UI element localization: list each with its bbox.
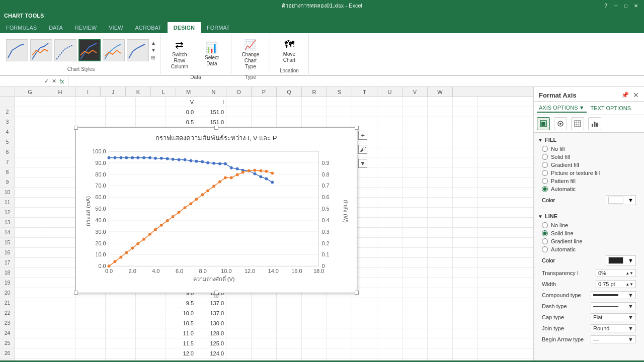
grid-cell[interactable]	[377, 338, 403, 348]
grid-cell[interactable]	[277, 308, 302, 318]
grid-cell[interactable]	[106, 358, 136, 360]
grid-cell[interactable]	[45, 268, 75, 278]
grid-cell[interactable]	[453, 308, 478, 318]
grid-cell[interactable]	[15, 318, 45, 328]
grid-cell[interactable]	[136, 298, 166, 308]
grid-cell[interactable]	[377, 117, 403, 127]
grid-cell[interactable]	[403, 288, 428, 298]
fill-color-btn[interactable]: ▼	[606, 195, 636, 205]
grid-cell[interactable]: I	[196, 97, 226, 107]
tab-text-options[interactable]: TEXT OPTIONS	[589, 104, 633, 113]
grid-cell[interactable]	[403, 338, 428, 348]
grid-cell[interactable]	[75, 107, 106, 117]
grid-cell[interactable]	[377, 218, 403, 227]
grid-cell[interactable]	[327, 348, 352, 358]
grid-cell[interactable]	[428, 198, 453, 207]
grid-cell[interactable]	[302, 308, 327, 318]
grid-cell[interactable]	[277, 117, 302, 127]
grid-cell[interactable]	[15, 298, 45, 308]
grid-cell[interactable]: 137.0	[196, 308, 226, 318]
grid-cell[interactable]	[45, 308, 75, 318]
grid-cell[interactable]	[377, 208, 403, 217]
grid-cell[interactable]: 0.5	[166, 117, 196, 127]
grid-cell[interactable]	[352, 358, 377, 360]
grid-cell[interactable]	[226, 298, 252, 308]
grid-cell[interactable]: 137.0	[196, 298, 226, 308]
grid-cell[interactable]	[377, 97, 403, 107]
grid-cell[interactable]	[15, 117, 45, 127]
resize-handle-se[interactable]	[355, 291, 359, 295]
grid-cell[interactable]: 0.0	[166, 107, 196, 117]
grid-cell[interactable]	[302, 348, 327, 358]
grid-cell[interactable]	[75, 298, 106, 308]
grid-cell[interactable]	[75, 308, 106, 318]
grid-cell[interactable]: 12.0	[166, 348, 196, 358]
fill-no-fill[interactable]: No fill	[538, 145, 640, 153]
grid-cell[interactable]	[75, 348, 106, 358]
grid-cell[interactable]	[45, 288, 75, 298]
grid-cell[interactable]	[45, 188, 75, 197]
grid-cell[interactable]	[45, 298, 75, 308]
grid-cell[interactable]	[377, 167, 403, 177]
grid-cell[interactable]	[377, 157, 403, 167]
grid-cell[interactable]	[428, 137, 453, 147]
chart-style-2[interactable]	[30, 39, 52, 61]
grid-cell[interactable]	[15, 338, 45, 348]
grid-cell[interactable]	[75, 338, 106, 348]
grid-cell[interactable]	[15, 248, 45, 257]
grid-cell[interactable]	[136, 97, 166, 107]
grid-cell[interactable]	[428, 308, 453, 318]
grid-cell[interactable]	[453, 238, 478, 247]
grid-cell[interactable]	[45, 248, 75, 257]
grid-cell[interactable]	[453, 137, 478, 147]
grid-cell[interactable]	[45, 358, 75, 360]
grid-cell[interactable]	[136, 318, 166, 328]
grid-cell[interactable]	[377, 228, 403, 237]
grid-cell[interactable]	[327, 358, 352, 360]
dash-type-dropdown[interactable]: ▼	[591, 302, 636, 310]
grid-cell[interactable]	[15, 258, 45, 267]
grid-cell[interactable]	[15, 198, 45, 207]
grid-cell[interactable]	[403, 167, 428, 177]
grid-cell[interactable]	[45, 97, 75, 107]
tab-acrobat[interactable]: ACROBAT	[129, 22, 167, 33]
grid-cell[interactable]	[15, 167, 45, 177]
grid-cell[interactable]	[403, 107, 428, 117]
chart-style-6[interactable]	[127, 39, 149, 61]
fill-picture[interactable]: Picture or texture fill	[538, 169, 640, 177]
grid-cell[interactable]	[327, 318, 352, 328]
grid-cell[interactable]	[403, 177, 428, 187]
transparency-value[interactable]: 0% ▲▼	[596, 269, 636, 277]
format-panel-close[interactable]: ✕	[633, 91, 639, 99]
grid-cell[interactable]	[428, 177, 453, 187]
grid-cell[interactable]	[327, 298, 352, 308]
grid-cell[interactable]	[453, 147, 478, 157]
formula-input[interactable]	[68, 76, 644, 86]
line-automatic[interactable]: Automatic	[538, 245, 640, 253]
line-no-line[interactable]: No line	[538, 221, 640, 229]
line-color-btn[interactable]: ▼	[606, 255, 636, 265]
grid-cell[interactable]	[377, 127, 403, 137]
grid-cell[interactable]	[45, 328, 75, 338]
grid-cell[interactable]	[302, 298, 327, 308]
grid-cell[interactable]	[453, 278, 478, 288]
grid-cell[interactable]: 125.0	[196, 338, 226, 348]
grid-cell[interactable]	[136, 328, 166, 338]
grid-cell[interactable]	[45, 318, 75, 328]
grid-cell[interactable]	[15, 188, 45, 197]
grid-cell[interactable]	[453, 97, 478, 107]
grid-cell[interactable]	[45, 177, 75, 187]
grid-cell[interactable]	[428, 238, 453, 247]
grid-cell[interactable]	[75, 318, 106, 328]
grid-cell[interactable]	[403, 278, 428, 288]
grid-cell[interactable]	[377, 147, 403, 157]
grid-cell[interactable]	[45, 127, 75, 137]
grid-cell[interactable]	[106, 348, 136, 358]
resize-handle-sw[interactable]	[74, 291, 78, 295]
grid-cell[interactable]	[45, 338, 75, 348]
grid-cell[interactable]	[377, 268, 403, 278]
grid-cell[interactable]	[302, 97, 327, 107]
grid-cell[interactable]	[302, 318, 327, 328]
grid-cell[interactable]	[45, 278, 75, 288]
grid-cell[interactable]	[403, 97, 428, 107]
